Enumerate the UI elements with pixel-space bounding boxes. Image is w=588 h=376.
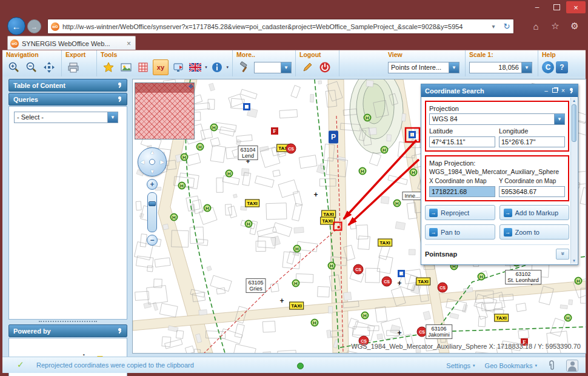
edit-pen-button[interactable] [299, 59, 315, 75]
y-coordinate-input[interactable] [499, 186, 565, 197]
pan-pad[interactable]: ▲ ▼ ◀ ▶ [138, 147, 167, 176]
pan-button[interactable] [41, 59, 57, 75]
paperclip-icon[interactable] [547, 360, 556, 371]
dropdown-caret-icon: ▼ [107, 112, 118, 123]
pan-left-icon[interactable]: ◀ [140, 159, 144, 165]
coordinate-search-panel: Coordinate Search – × Projection WGS 84 … [421, 84, 578, 265]
help-question-button[interactable]: ? [556, 61, 568, 73]
app-toolbar: Navigation Export Tool [2, 50, 586, 77]
geo-bookmarks-menu[interactable]: Geo Bookmarks ▾ [485, 362, 537, 369]
sidebar-header-table-of-content[interactable]: Table of Content [8, 79, 127, 92]
query-select[interactable]: - Select - ▼ [14, 112, 118, 123]
panel-scrollbar[interactable]: ▲ ▼ [570, 98, 577, 264]
x-coordinate-label: X Coordinate on Map [429, 178, 495, 184]
window-close-button[interactable]: × [566, 1, 586, 13]
scroll-thumb[interactable] [572, 104, 576, 142]
tab-close-icon[interactable]: × [125, 39, 133, 48]
address-bar[interactable]: wO http://w-ws-wintner/WebOffice/synserv… [47, 19, 514, 34]
autocomplete-caret-icon[interactable]: ▾ [487, 23, 500, 30]
pan-center-icon[interactable] [149, 159, 155, 165]
scale-value: 18,056 [470, 62, 521, 73]
map-viewport[interactable]: HHHHHHHHHHHHHHHHHHHHHHHHHHTAXITAXITAXITA… [132, 79, 586, 354]
latitude-input[interactable] [429, 136, 495, 147]
scale-combo[interactable]: 18,056 ▼ [469, 62, 532, 73]
group-label: Help [542, 51, 582, 59]
view-select[interactable]: Points of Intere... ▼ [388, 62, 459, 73]
arrow-icon: → [429, 209, 438, 217]
pointsnap-label: Pointsnap [425, 250, 556, 258]
pin-icon[interactable] [117, 328, 122, 334]
scroll-down-icon[interactable]: ▼ [571, 258, 577, 264]
print-button[interactable] [65, 59, 81, 75]
info-caret-icon[interactable]: ▾ [226, 65, 229, 70]
window-titlebar[interactable]: – × [0, 0, 588, 17]
language-tool-button[interactable] [188, 59, 204, 75]
window-minimize-button[interactable]: – [527, 1, 547, 13]
settings-menu[interactable]: Settings ▾ [446, 362, 475, 369]
tools-hammer-button[interactable] [236, 59, 252, 75]
logout-power-button[interactable] [317, 59, 333, 75]
toolbar-group-more: More.. ▼ [233, 50, 296, 77]
group-label: Navigation [6, 51, 58, 59]
language-caret-icon[interactable]: ▾ [205, 65, 207, 70]
help-c-button[interactable]: C [542, 61, 554, 73]
panel-pin-icon[interactable] [569, 88, 574, 93]
overview-grid-tool-button[interactable] [135, 59, 151, 75]
zoom-to-button[interactable]: → Zoom to [499, 224, 570, 240]
zoom-slider-thumb[interactable] [149, 201, 156, 206]
panel-titlebar[interactable]: Coordinate Search – × [421, 84, 578, 97]
coordinate-search-tool-button[interactable]: xy [153, 59, 169, 75]
home-icon[interactable]: ⌂ [529, 19, 543, 33]
status-bar: ✓ Reprojected coordinates were copied to… [2, 357, 586, 373]
info-tool-button[interactable] [209, 59, 225, 75]
zoom-out-button[interactable] [24, 59, 39, 75]
group-label: More.. [236, 51, 292, 59]
zoom-in-button[interactable] [6, 59, 22, 75]
copy-map-tool-button[interactable] [170, 59, 186, 75]
favorites-tool-button[interactable] [101, 59, 116, 75]
pan-up-icon[interactable]: ▲ [150, 149, 155, 155]
more-select[interactable]: ▼ [254, 62, 292, 73]
pin-icon[interactable] [117, 82, 122, 88]
zoom-out-slider-button[interactable]: − [147, 235, 158, 246]
browser-tab[interactable]: wO SYNERGIS WebOffice Web... × [7, 36, 136, 50]
pin-icon[interactable] [117, 96, 122, 102]
zoom-slider[interactable] [147, 192, 157, 232]
pan-right-icon[interactable]: ▶ [160, 159, 164, 165]
panel-close-icon[interactable]: × [559, 87, 567, 94]
add-to-markup-button[interactable]: → Add to Markup [499, 205, 570, 220]
zoom-in-slider-button[interactable]: + [147, 179, 158, 190]
window-maximize-button[interactable] [547, 1, 566, 13]
sidebar-header-powered-by[interactable]: Powered by [8, 324, 127, 337]
forward-button[interactable]: → [27, 19, 41, 33]
x-coordinate-input[interactable] [429, 186, 495, 197]
pointsnap-expand-button[interactable]: » [556, 249, 569, 260]
more-select-value [255, 62, 281, 73]
longitude-input[interactable] [499, 136, 565, 147]
scroll-up-icon[interactable]: ▲ [571, 98, 577, 104]
refresh-icon[interactable]: ↻ [500, 22, 513, 31]
browser-navbar: ← → wO http://w-ws-wintner/WebOffice/syn… [0, 17, 588, 35]
panel-restore-icon[interactable] [550, 87, 559, 94]
user-avatar[interactable] [566, 360, 578, 372]
settings-gear-icon[interactable]: ⚙ [567, 19, 582, 33]
success-check-icon: ✓ [17, 360, 24, 369]
screenshot-tool-button[interactable] [118, 59, 134, 75]
geo-bookmarks-label: Geo Bookmarks [485, 362, 533, 369]
pan-down-icon[interactable]: ▼ [150, 169, 155, 175]
overview-map-inset[interactable]: ✥ [135, 82, 195, 139]
panel-minimize-icon[interactable]: – [542, 87, 550, 94]
longitude-label: Longitude [499, 127, 565, 135]
overview-drag-handle-icon[interactable]: ✥ [189, 84, 193, 90]
star-icon [102, 61, 115, 73]
sidebar-header-queries[interactable]: Queries [8, 93, 127, 106]
projection-select-value: WGS 84 [430, 114, 554, 124]
pan-icon [43, 61, 55, 73]
connection-status-icon [297, 363, 304, 369]
favorites-star-icon[interactable]: ☆ [548, 19, 563, 33]
pan-to-button[interactable]: → Pan to [425, 224, 495, 240]
reproject-button[interactable]: → Reproject [425, 205, 495, 220]
toolbar-group-tools: Tools xy ▾ [97, 50, 233, 77]
back-button[interactable]: ← [7, 17, 25, 35]
projection-select[interactable]: WGS 84 ▼ [429, 113, 565, 125]
